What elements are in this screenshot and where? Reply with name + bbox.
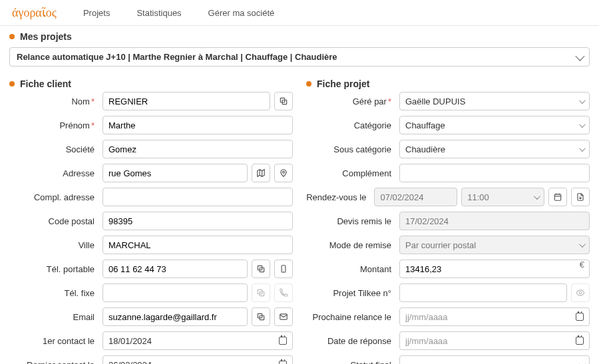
label-statut: Statut final	[306, 360, 399, 365]
export-button[interactable]	[571, 188, 590, 206]
contact1-date-input[interactable]: 18/01/2024	[102, 331, 293, 350]
section-title: Fiche client	[20, 79, 71, 89]
nav-projets[interactable]: Projets	[83, 8, 110, 18]
copy-icon	[256, 312, 266, 321]
tel-fixe-input[interactable]	[102, 283, 248, 302]
chevron-down-icon	[579, 361, 586, 364]
nav-societe[interactable]: Gérer ma société	[208, 8, 275, 18]
societe-input[interactable]	[102, 140, 293, 158]
copy-icon	[256, 264, 266, 273]
bullet-icon	[9, 81, 15, 87]
download-file-icon	[576, 192, 585, 202]
label-rdv: Rendez-vous le	[306, 192, 374, 202]
email-input[interactable]	[102, 307, 248, 326]
section-title: Mes projets	[20, 31, 72, 42]
calendar-icon	[553, 192, 562, 202]
label-categorie: Catégorie	[306, 120, 399, 130]
view-tilkee-button[interactable]	[571, 283, 590, 302]
copy-email-button[interactable]	[252, 307, 270, 326]
label-tilkee: Projet Tilkee n°	[306, 288, 399, 298]
label-tel-fixe: Tél. fixe	[9, 288, 102, 298]
label-nom: Nom*	[9, 96, 102, 106]
fiche-projet-panel: Fiche projet Géré par* Gaëlle DUPUIS Cat…	[306, 73, 590, 364]
nom-input[interactable]	[102, 92, 270, 110]
label-reponse: Date de réponse	[306, 336, 399, 346]
section-fiche-client: Fiche client	[9, 73, 293, 92]
copy-button[interactable]	[274, 92, 293, 110]
label-devis: Devis remis le	[306, 216, 399, 226]
copy-phone-button[interactable]	[252, 260, 270, 278]
mail-icon	[279, 312, 288, 321]
tel-portable-input[interactable]	[102, 260, 248, 278]
label-contact1: 1er contact le	[9, 336, 102, 346]
chevron-down-icon	[575, 51, 584, 61]
svg-point-2	[283, 171, 285, 173]
devis-date-input[interactable]	[399, 212, 590, 230]
calendar-icon	[576, 337, 584, 345]
contact-last-date-input[interactable]: 26/02/2024	[102, 355, 293, 364]
label-tel-port: Tél. portable	[9, 264, 102, 274]
calendar-icon	[279, 361, 287, 364]
project-selector[interactable]: Relance automatique J+10 | Marthe Regnie…	[9, 47, 590, 67]
calendar-icon	[576, 313, 584, 321]
chevron-down-icon	[579, 121, 586, 128]
label-sous-cat: Sous catégorie	[306, 144, 399, 154]
nav-statistiques[interactable]: Statistiques	[136, 8, 181, 18]
mobile-icon	[279, 264, 288, 273]
map-icon	[256, 168, 266, 178]
cp-input[interactable]	[102, 212, 293, 230]
label-contact-last: Dernier contact le	[9, 360, 102, 365]
compl-adresse-input[interactable]	[102, 188, 293, 206]
label-relance: Prochaine relance le	[306, 312, 399, 322]
label-gere: Géré par*	[306, 96, 399, 106]
rdv-date-input[interactable]	[374, 188, 457, 206]
reponse-date-input[interactable]: jj/mm/aaaa	[399, 331, 590, 350]
phone-button[interactable]	[274, 283, 293, 302]
mail-button[interactable]	[274, 307, 293, 326]
bullet-icon	[9, 34, 15, 39]
calendar-icon	[279, 337, 287, 345]
label-montant: Montant	[306, 264, 399, 274]
tilkee-input[interactable]	[399, 283, 567, 302]
mobile-button[interactable]	[274, 260, 293, 278]
label-ville: Ville	[9, 240, 102, 250]
label-complement: Complément	[306, 168, 399, 178]
prenom-input[interactable]	[102, 116, 293, 134]
copy-icon	[279, 96, 288, 106]
eye-icon	[576, 288, 585, 297]
calendar-button[interactable]	[548, 188, 567, 206]
rdv-time-select[interactable]: 11:00	[461, 188, 544, 206]
section-fiche-projet: Fiche projet	[306, 73, 590, 92]
svg-rect-12	[554, 194, 560, 200]
map-button[interactable]	[252, 164, 270, 182]
bullet-icon	[306, 81, 311, 87]
label-mode: Mode de remise	[306, 240, 399, 250]
topbar: άγοραῖος Projets Statistiques Gérer ma s…	[0, 0, 599, 26]
relance-date-input[interactable]: jj/mm/aaaa	[399, 307, 590, 326]
ville-input[interactable]	[102, 236, 293, 254]
label-adresse: Adresse	[9, 168, 102, 178]
mode-remise-select[interactable]: Par courrier postal	[399, 236, 590, 254]
project-selector-label: Relance automatique J+10 | Marthe Regnie…	[17, 52, 337, 62]
categorie-select[interactable]: Chauffage	[399, 116, 590, 134]
pin-button[interactable]	[274, 164, 293, 182]
sous-categorie-select[interactable]: Chaudière	[399, 140, 590, 158]
gere-select[interactable]: Gaëlle DUPUIS	[399, 92, 590, 110]
fiche-client-panel: Fiche client Nom* Prénom* Société Adress…	[9, 73, 293, 364]
copy-fixe-button[interactable]	[252, 283, 270, 302]
adresse-input[interactable]	[102, 164, 248, 182]
label-cp: Code postal	[9, 216, 102, 226]
copy-icon	[256, 288, 266, 297]
label-email: Email	[9, 312, 102, 322]
montant-input[interactable]	[399, 260, 590, 278]
section-title: Fiche projet	[317, 79, 369, 89]
complement-input[interactable]	[399, 164, 590, 182]
brand-logo: άγοραῖος	[12, 5, 57, 20]
label-societe: Société	[9, 144, 102, 154]
chevron-down-icon	[534, 193, 540, 200]
phone-icon	[279, 288, 288, 297]
svg-point-16	[579, 291, 582, 294]
chevron-down-icon	[579, 241, 586, 248]
statut-select[interactable]	[399, 355, 590, 364]
section-mes-projets: Mes projets	[0, 26, 599, 45]
